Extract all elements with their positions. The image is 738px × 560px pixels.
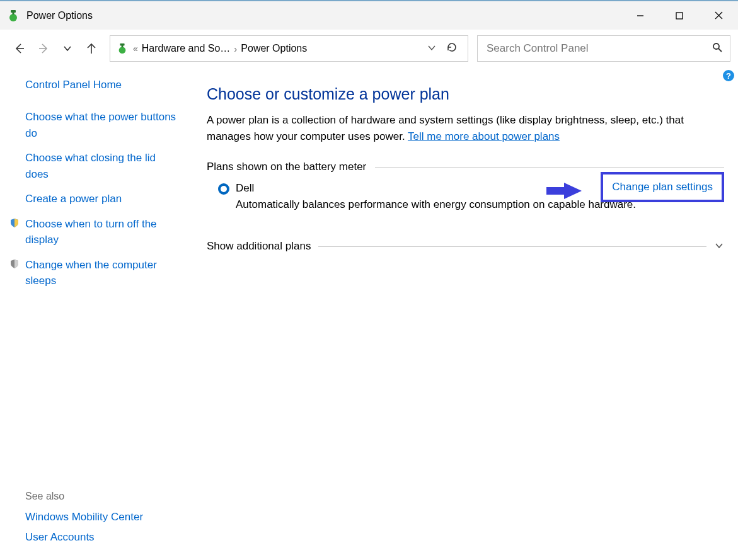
plan-name[interactable]: Dell: [236, 182, 254, 195]
help-button[interactable]: ?: [723, 70, 734, 81]
sidebar-link-label: Choose when to turn off the display: [25, 216, 178, 248]
sidebar-link-closing-lid[interactable]: Choose what closing the lid does: [11, 150, 178, 182]
main-content: Choose or customize a power plan A power…: [187, 67, 738, 560]
control-panel-home-link[interactable]: Control Panel Home: [25, 79, 178, 91]
search-box[interactable]: [477, 35, 730, 62]
divider: [318, 246, 706, 247]
tell-me-more-link[interactable]: Tell me more about power plans: [408, 130, 560, 142]
plan-radio-dell[interactable]: [218, 183, 229, 195]
svg-point-0: [9, 14, 17, 21]
sidebar-link-label: Choose what the power buttons do: [25, 109, 178, 141]
back-button[interactable]: [8, 37, 32, 60]
sidebar-link-computer-sleeps[interactable]: Change when the computer sleeps: [11, 257, 178, 289]
search-icon[interactable]: [712, 42, 722, 55]
window-title: Power Options: [26, 10, 621, 21]
title-bar: Power Options: [0, 0, 738, 30]
power-options-icon: [115, 42, 129, 55]
show-additional-plans-toggle[interactable]: Show additional plans: [207, 240, 724, 253]
svg-point-13: [713, 43, 719, 49]
sidebar-link-label: Change when the computer sleeps: [25, 257, 178, 289]
section-label: Plans shown on the battery meter: [207, 161, 366, 173]
section-header-battery-plans: Plans shown on the battery meter: [207, 161, 724, 173]
svg-rect-2: [13, 11, 14, 14]
shield-icon: [9, 217, 20, 229]
svg-line-14: [718, 49, 722, 52]
chevron-down-icon: [714, 241, 724, 253]
forward-button[interactable]: [32, 37, 55, 60]
minimize-button[interactable]: [621, 1, 660, 30]
maximize-button[interactable]: [660, 1, 699, 30]
sidebar-link-label: Create a power plan: [25, 191, 122, 207]
page-description: A power plan is a collection of hardware…: [207, 112, 724, 144]
sidebar-link-power-buttons[interactable]: Choose what the power buttons do: [11, 109, 178, 141]
see-also-label: See also: [25, 491, 178, 502]
address-bar[interactable]: « Hardware and So… › Power Options: [110, 35, 468, 62]
breadcrumb-item[interactable]: Power Options: [241, 43, 307, 54]
change-plan-settings-link[interactable]: Change plan settings: [601, 172, 724, 202]
see-also-mobility-center[interactable]: Windows Mobility Center: [25, 511, 178, 523]
expand-label: Show additional plans: [207, 240, 311, 253]
divider: [375, 167, 724, 168]
shield-icon: [9, 258, 20, 270]
chevron-right-icon[interactable]: ›: [234, 43, 237, 54]
toolbar: « Hardware and So… › Power Options: [0, 30, 738, 67]
up-button[interactable]: [79, 37, 103, 60]
refresh-button[interactable]: [441, 42, 463, 56]
svg-rect-4: [676, 13, 683, 19]
search-input[interactable]: [485, 42, 712, 55]
power-plan-row: Dell Change plan settings: [207, 182, 724, 195]
sidebar: Control Panel Home Choose what the power…: [0, 67, 187, 560]
annotation-arrow-icon: [545, 181, 583, 200]
svg-marker-16: [564, 183, 582, 199]
window-controls: [621, 1, 738, 30]
see-also-user-accounts[interactable]: User Accounts: [25, 531, 178, 544]
svg-point-10: [119, 47, 126, 54]
breadcrumb-overflow-icon[interactable]: «: [133, 43, 138, 54]
sidebar-link-create-plan[interactable]: Create a power plan: [11, 191, 178, 207]
recent-dropdown[interactable]: [55, 37, 79, 60]
breadcrumb-item[interactable]: Hardware and So…: [142, 43, 231, 54]
svg-rect-15: [546, 187, 565, 195]
close-button[interactable]: [699, 1, 738, 30]
power-options-icon: [6, 9, 20, 23]
sidebar-link-turn-off-display[interactable]: Choose when to turn off the display: [11, 216, 178, 248]
address-history-dropdown[interactable]: [422, 43, 441, 54]
sidebar-link-label: Choose what closing the lid does: [25, 150, 178, 182]
page-heading: Choose or customize a power plan: [207, 85, 724, 103]
svg-rect-12: [122, 45, 124, 48]
